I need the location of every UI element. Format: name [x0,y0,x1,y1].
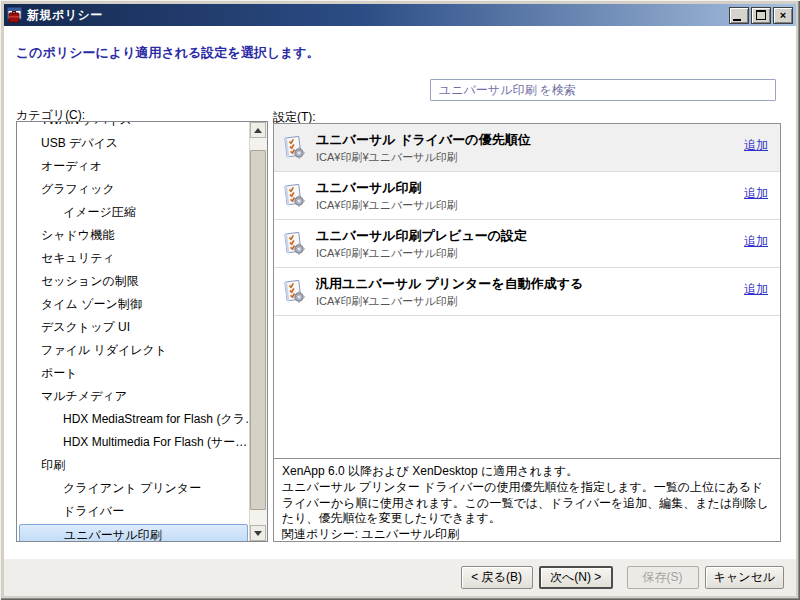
category-item[interactable]: ファイル リダイレクト [17,339,250,362]
setting-title: 汎用ユニバーサル プリンターを自動作成する [316,275,583,293]
scrollbar-thumb[interactable] [250,150,266,510]
category-item-label: シャドウ機能 [41,228,114,242]
description-line-2: ユニバーサル プリンター ドライバーの使用優先順位を指定します。一覧の上位にある… [282,480,772,527]
next-button[interactable]: 次へ(N) > [539,566,613,589]
category-item[interactable]: イメージ圧縮 [17,201,250,224]
page-title: このポリシーにより適用される設定を選択します。 [16,44,320,62]
category-item[interactable]: USB デバイス [17,132,250,155]
setting-title: ユニバーサル印刷 [316,179,422,197]
dialog-content: このポリシーにより適用される設定を選択します。 カテゴリ(C): 設定(T): … [4,26,796,558]
category-item-label: クライアント プリンター [63,481,201,495]
description-line-1: XenApp 6.0 以降および XenDesktop に適用されます。 [282,464,772,480]
category-item[interactable]: クライアント プリンター [17,477,250,500]
scroll-down-button[interactable] [250,525,266,541]
close-button[interactable]: × [773,7,793,24]
policy-app-icon [7,7,23,23]
cancel-button[interactable]: キャンセル [705,566,784,589]
settings-list: ユニバーサル ドライバーの優先順位 ICA¥印刷¥ユニバーサル印刷 追加 [274,124,780,458]
category-item-label: HDX MediaStream for Flash (クラ… [63,412,250,426]
setting-row[interactable]: ユニバーサル印刷 ICA¥印刷¥ユニバーサル印刷 追加 [274,172,780,220]
setting-path: ICA¥印刷¥ユニバーサル印刷 [316,246,458,261]
category-list: TWAIN デバイス USB デバイス オーディオ グラフィック イメージ圧縮 … [17,122,250,541]
minimize-button[interactable] [729,7,749,24]
policy-setting-icon [282,183,306,207]
category-scrollbar[interactable] [249,122,267,541]
save-button[interactable]: 保存(S) [627,566,699,589]
arrow-up-icon [254,128,262,133]
add-setting-link[interactable]: 追加 [744,233,768,250]
settings-panel: ユニバーサル ドライバーの優先順位 ICA¥印刷¥ユニバーサル印刷 追加 [273,123,781,542]
category-item-label: HDX Multimedia For Flash (サー… [63,435,247,449]
category-item[interactable]: マルチメディア [17,385,250,408]
category-item[interactable]: ドライバー [17,500,250,523]
category-item-label: マルチメディア [41,389,127,403]
policy-setting-icon [282,279,306,303]
category-item-label: オーディオ [41,159,102,173]
policy-setting-icon [282,231,306,255]
category-item[interactable]: オーディオ [17,155,250,178]
setting-title: ユニバーサル印刷プレビューの設定 [316,227,527,245]
setting-row[interactable]: ユニバーサル印刷プレビューの設定 ICA¥印刷¥ユニバーサル印刷 追加 [274,220,780,268]
category-listbox: TWAIN デバイス USB デバイス オーディオ グラフィック イメージ圧縮 … [16,121,268,542]
category-item-label: デスクトップ UI [41,320,130,334]
category-item[interactable]: セッションの制限 [17,270,250,293]
category-item[interactable]: HDX Multimedia For Flash (サー… [17,431,250,454]
category-item-label: グラフィック [41,182,115,196]
category-item-label: 印刷 [41,458,65,472]
arrow-down-icon [254,531,262,536]
scroll-up-button[interactable] [250,122,266,138]
setting-path: ICA¥印刷¥ユニバーサル印刷 [316,198,458,213]
setting-title: ユニバーサル ドライバーの優先順位 [316,131,531,149]
minimize-icon [733,19,741,21]
back-button[interactable]: < 戻る(B) [461,566,533,589]
close-icon: × [780,10,786,21]
category-item-label: セキュリティ [41,251,115,265]
category-item[interactable]: HDX MediaStream for Flash (クラ… [17,408,250,431]
category-item-label: ファイル リダイレクト [41,343,167,357]
description-line-3: 関連ポリシー: ユニバーサル印刷 [282,527,772,543]
setting-row[interactable]: 汎用ユニバーサル プリンターを自動作成する ICA¥印刷¥ユニバーサル印刷 追加 [274,268,780,316]
category-item[interactable]: タイム ゾーン制御 [17,293,250,316]
category-item-label: セッションの制限 [41,274,139,288]
category-item-label: TWAIN デバイス [41,122,132,127]
category-item-label: イメージ圧縮 [63,205,136,219]
setting-row[interactable]: ユニバーサル ドライバーの優先順位 ICA¥印刷¥ユニバーサル印刷 追加 [274,124,780,172]
category-item[interactable]: デスクトップ UI [17,316,250,339]
policy-setting-icon [282,135,306,159]
category-item-label: ドライバー [63,504,124,518]
window-title: 新規ポリシー [27,7,729,24]
add-setting-link[interactable]: 追加 [744,185,768,202]
add-setting-link[interactable]: 追加 [744,137,768,154]
setting-path: ICA¥印刷¥ユニバーサル印刷 [316,294,458,309]
category-item-label: タイム ゾーン制御 [41,297,142,311]
setting-description: XenApp 6.0 以降および XenDesktop に適用されます。 ユニバ… [274,458,780,541]
category-item[interactable]: TWAIN デバイス [17,122,250,132]
add-setting-link[interactable]: 追加 [744,281,768,298]
category-item-label: ポート [41,366,78,380]
category-item[interactable]: セキュリティ [17,247,250,270]
new-policy-dialog: 新規ポリシー × このポリシーにより適用される設定を選択します。 カテゴリ(C)… [0,0,800,600]
titlebar: 新規ポリシー × [4,4,796,26]
category-item[interactable]: ユニバーサル印刷 [19,524,248,541]
category-item-label: ユニバーサル印刷 [64,528,161,541]
footer-bar: < 戻る(B) 次へ(N) > 保存(S) キャンセル [4,558,796,596]
search-input[interactable] [430,79,776,101]
category-item[interactable]: グラフィック [17,178,250,201]
setting-path: ICA¥印刷¥ユニバーサル印刷 [316,150,458,165]
category-item[interactable]: ポート [17,362,250,385]
maximize-button[interactable] [751,7,771,24]
category-item[interactable]: 印刷 [17,454,250,477]
category-item-label: USB デバイス [41,136,118,150]
category-item[interactable]: シャドウ機能 [17,224,250,247]
maximize-icon [756,10,766,20]
